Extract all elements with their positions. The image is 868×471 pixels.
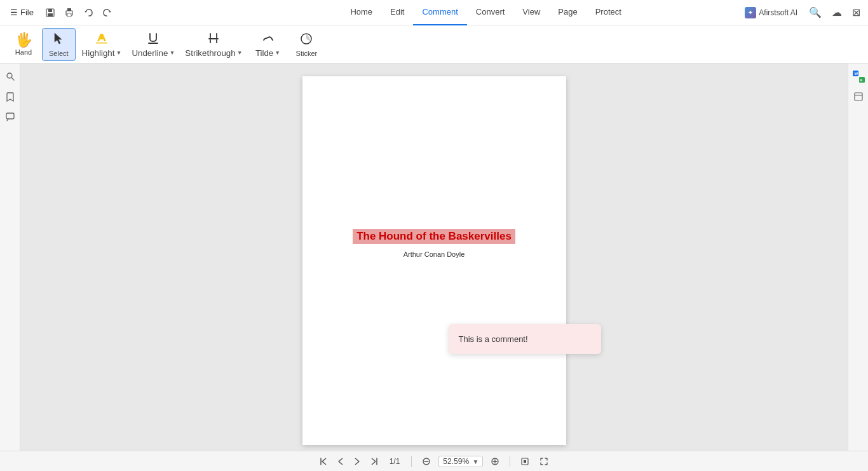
highlight-label: Highlight xyxy=(82,48,115,58)
panel-icon[interactable] xyxy=(851,89,866,104)
tab-home[interactable]: Home xyxy=(341,0,381,25)
tilde-label: Tilde xyxy=(255,48,273,58)
last-page-button[interactable] xyxy=(368,456,381,467)
tilde-icon xyxy=(261,31,275,47)
redo-button[interactable] xyxy=(98,5,116,20)
tilde-arrow-icon: ▼ xyxy=(275,50,280,56)
toolbar: 🖐 Hand Select Highlight ▼ xyxy=(0,25,868,64)
svg-point-10 xyxy=(7,73,12,78)
fullscreen-button[interactable] xyxy=(537,456,551,467)
file-menu[interactable]: ☰ File xyxy=(5,5,39,20)
nav-tabs: Home Edit Comment Convert View Page Prot… xyxy=(231,0,741,25)
svg-line-11 xyxy=(11,78,14,81)
page-content: The Hound of the Baskervilles Arthur Con… xyxy=(328,102,541,258)
underline-icon xyxy=(146,31,160,47)
hand-tool-button[interactable]: 🖐 Hand xyxy=(8,28,39,61)
first-page-button[interactable] xyxy=(317,456,330,467)
strikethrough-label: Strikethrough xyxy=(185,48,235,58)
svg-rect-1 xyxy=(48,9,52,12)
hand-icon: 🖐 xyxy=(15,33,32,47)
undo-button[interactable] xyxy=(79,5,97,20)
ai-label: Afirstsoft AI xyxy=(759,8,797,17)
highlight-icon xyxy=(95,31,109,47)
page-info: 1/1 xyxy=(386,457,404,466)
svg-rect-2 xyxy=(48,13,53,17)
next-page-button[interactable] xyxy=(351,456,363,467)
sidebar-bookmark-icon[interactable] xyxy=(3,89,18,104)
right-actions: ✦ Afirstsoft AI 🔍 ☁ ⊠ xyxy=(741,4,863,21)
hamburger-icon: ☰ xyxy=(10,8,18,17)
save-button[interactable] xyxy=(41,5,59,20)
book-author: Arthur Conan Doyle xyxy=(328,250,541,258)
file-label: File xyxy=(20,8,34,17)
underline-tool-button[interactable]: Underline ▼ xyxy=(128,28,179,61)
sticker-label: Sticker xyxy=(296,50,318,57)
underline-arrow-icon: ▼ xyxy=(169,50,175,56)
tilde-label-row: Tilde ▼ xyxy=(255,48,280,58)
tab-page[interactable]: Page xyxy=(549,0,586,25)
window-button[interactable]: ⊠ xyxy=(850,4,863,21)
tilde-tool-button[interactable]: Tilde ▼ xyxy=(249,28,287,61)
strikethrough-tool-button[interactable]: Strikethrough ▼ xyxy=(181,28,246,61)
highlight-tool-button[interactable]: Highlight ▼ xyxy=(78,28,126,61)
underline-label: Underline xyxy=(132,48,168,58)
tab-protect[interactable]: Protect xyxy=(587,0,630,25)
sticker-tool-button[interactable]: Sticker xyxy=(290,28,324,61)
tab-convert[interactable]: Convert xyxy=(467,0,514,25)
status-bar: 1/1 52.59% ▼ xyxy=(0,451,868,471)
comment-text: This is a comment! xyxy=(459,334,528,344)
comment-bubble[interactable]: This is a comment! xyxy=(449,324,601,354)
ai-icon: ✦ xyxy=(745,7,756,18)
fit-page-button[interactable] xyxy=(518,456,532,467)
svg-rect-4 xyxy=(67,8,71,11)
prev-page-button[interactable] xyxy=(335,456,346,467)
zoom-in-button[interactable] xyxy=(488,456,502,467)
top-actions xyxy=(41,5,116,20)
separator2 xyxy=(510,456,510,467)
svg-rect-6 xyxy=(96,42,107,44)
canvas-area: The Hound of the Baskervilles Arthur Con… xyxy=(20,64,848,451)
strikethrough-arrow-icon: ▼ xyxy=(237,50,243,56)
svg-rect-12 xyxy=(6,113,14,119)
highlight-label-row: Highlight ▼ xyxy=(82,48,122,58)
pdf-page: The Hound of the Baskervilles Arthur Con… xyxy=(302,76,566,445)
svg-text:W: W xyxy=(854,72,858,76)
underline-label-row: Underline ▼ xyxy=(132,48,175,58)
svg-text:A: A xyxy=(860,78,863,82)
left-sidebar xyxy=(0,64,20,451)
main-area: The Hound of the Baskervilles Arthur Con… xyxy=(0,64,868,451)
separator xyxy=(411,456,412,467)
zoom-level[interactable]: 52.59% ▼ xyxy=(438,456,483,467)
book-title: The Hound of the Baskervilles xyxy=(353,229,515,244)
cursor-icon xyxy=(52,32,65,48)
translate-icon[interactable]: W A xyxy=(851,69,866,84)
tab-comment[interactable]: Comment xyxy=(413,0,466,25)
search-button[interactable]: 🔍 xyxy=(806,4,824,21)
svg-rect-17 xyxy=(855,93,862,100)
strikethrough-label-row: Strikethrough ▼ xyxy=(185,48,242,58)
hand-label: Hand xyxy=(15,48,32,56)
top-bar: ☰ File Home Edit Comment Convert View Pa… xyxy=(0,0,868,25)
tab-view[interactable]: View xyxy=(513,0,549,25)
print-button[interactable] xyxy=(60,5,78,20)
zoom-out-button[interactable] xyxy=(419,456,433,467)
select-tool-button[interactable]: Select xyxy=(42,28,76,61)
sidebar-comment-icon[interactable] xyxy=(3,109,18,125)
ai-button[interactable]: ✦ Afirstsoft AI xyxy=(741,5,801,20)
svg-rect-27 xyxy=(524,460,526,463)
tab-edit[interactable]: Edit xyxy=(381,0,413,25)
select-label: Select xyxy=(49,50,69,57)
right-sidebar: W A xyxy=(848,64,868,451)
sidebar-search-icon[interactable] xyxy=(3,69,18,84)
svg-rect-5 xyxy=(67,13,71,17)
sticker-icon xyxy=(299,32,313,48)
highlight-arrow-icon: ▼ xyxy=(116,50,121,56)
cloud-button[interactable]: ☁ xyxy=(829,4,844,21)
strikethrough-icon xyxy=(207,31,220,47)
